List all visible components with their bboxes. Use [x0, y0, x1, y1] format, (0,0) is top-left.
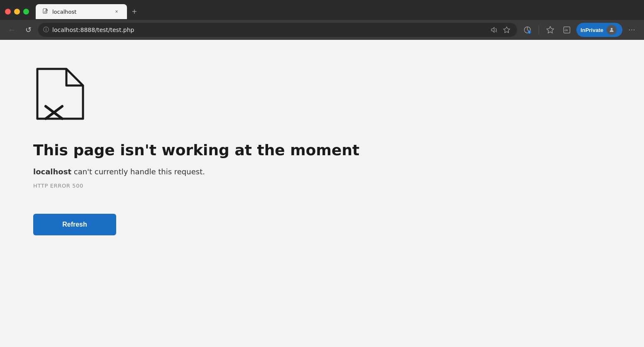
more-icon: ···	[629, 26, 635, 34]
address-text: localhost:8888/test/test.php	[52, 27, 485, 33]
tab-close-button[interactable]: ×	[113, 8, 120, 15]
refresh-nav-button[interactable]: ↺	[22, 23, 35, 37]
error-heading: This page isn't working at the moment	[33, 141, 611, 159]
toolbar-divider	[539, 26, 539, 34]
error-code: HTTP ERROR 500	[33, 183, 611, 189]
math-solver-button[interactable]: √x	[560, 23, 574, 37]
svg-text:!: !	[529, 31, 529, 34]
read-aloud-button[interactable]: A	[489, 25, 500, 34]
browser-toolbar: ← ↺ ⓘ localhost:8888/test/test.php A	[0, 20, 644, 40]
close-window-button[interactable]	[5, 9, 11, 15]
refresh-button[interactable]: Refresh	[33, 214, 116, 235]
error-description: localhost can't currently handle this re…	[33, 167, 611, 176]
inprivate-button[interactable]: InPrivate	[576, 23, 622, 37]
error-description-rest: can't currently handle this request.	[71, 167, 205, 176]
svg-text:√x: √x	[564, 28, 568, 32]
error-file-icon	[33, 65, 611, 125]
error-hostname: localhost	[33, 167, 71, 176]
active-tab[interactable]: localhost ×	[36, 4, 127, 19]
info-icon: ⓘ	[43, 26, 49, 34]
address-actions: A +	[489, 25, 512, 34]
tracking-prevention-button[interactable]: !	[520, 23, 534, 37]
tab-title: localhost	[52, 9, 110, 15]
tab-icon	[42, 8, 49, 15]
minimize-window-button[interactable]	[14, 9, 20, 15]
back-button[interactable]: ←	[5, 23, 18, 37]
window-controls	[5, 9, 29, 15]
tab-bar: localhost × +	[0, 0, 644, 20]
add-to-favorites-button[interactable]: +	[501, 25, 512, 34]
svg-point-9	[611, 28, 613, 30]
address-bar[interactable]: ⓘ localhost:8888/test/test.php A +	[38, 23, 517, 37]
svg-text:A: A	[496, 31, 497, 33]
avatar	[607, 25, 617, 35]
inprivate-label: InPrivate	[581, 27, 603, 33]
svg-text:+: +	[507, 30, 509, 33]
new-tab-button[interactable]: +	[129, 5, 140, 18]
error-page: This page isn't working at the moment lo…	[0, 40, 644, 347]
toolbar-right: ! √x InPrivate	[520, 23, 639, 37]
more-options-button[interactable]: ···	[625, 23, 639, 37]
favorites-button[interactable]	[543, 23, 557, 37]
maximize-window-button[interactable]	[23, 9, 29, 15]
